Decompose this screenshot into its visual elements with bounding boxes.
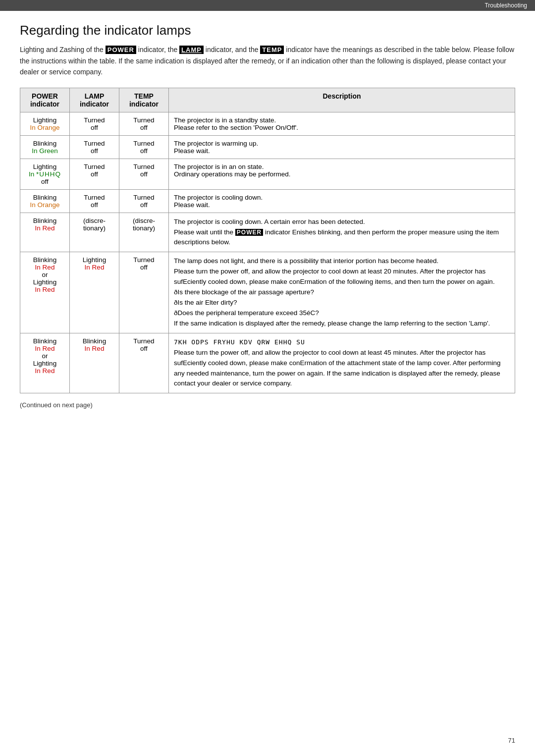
header-lamp: LAMPindicator (70, 88, 119, 112)
lamp-cell: Turnedoff (70, 189, 119, 213)
lamp-cell: Turnedoff (70, 112, 119, 135)
power-cell: LightingIn *UHHQ off (20, 159, 70, 189)
lamp-cell: LightingIn Red (70, 252, 119, 333)
lamp-color-label: In Red (85, 264, 105, 271)
power-cell: BlinkingIn RedorLightingIn Red (20, 252, 70, 333)
power-badge: POWER (106, 46, 136, 54)
power-color-label: In Green (32, 147, 58, 155)
desc-cell: The projector is in a standby state.Plea… (169, 112, 515, 135)
temp-cell: Turnedoff (119, 333, 169, 393)
page-number: 71 (508, 737, 515, 744)
power-color-label: In *UHHQ (29, 170, 61, 178)
power-cell: BlinkingIn Orange (20, 189, 70, 213)
power-cell: BlinkingIn Green (20, 135, 70, 159)
power-color-label: In Red (35, 345, 55, 352)
top-bar-label: Troubleshooting (484, 2, 527, 9)
lamp-badge: LAMP (179, 46, 204, 54)
header-power: POWERindicator (20, 88, 70, 112)
temp-cell: (discre-tionary) (119, 213, 169, 252)
temp-cell: Turnedoff (119, 189, 169, 213)
temp-cell: Turnedoff (119, 159, 169, 189)
header-description: Description (169, 88, 515, 112)
lamp-cell: (discre-tionary) (70, 213, 119, 252)
power-cell: LightingIn Orange (20, 112, 70, 135)
power-color-label: In Orange (30, 124, 59, 131)
lamp-cell: Turnedoff (70, 159, 119, 189)
desc-cell: The projector is cooling down.Please wai… (169, 189, 515, 213)
table-header-row: POWERindicator LAMPindicator TEMPindicat… (20, 88, 515, 112)
temp-cell: Turnedoff (119, 252, 169, 333)
desc-cell: The projector is cooling down. A certain… (169, 213, 515, 252)
indicator-table: POWERindicator LAMPindicator TEMPindicat… (20, 88, 515, 394)
continued-label: (Continued on next page) (20, 401, 515, 409)
power-color-label-2: In Red (35, 367, 55, 375)
power-cell: BlinkingIn Red (20, 213, 70, 252)
power-color-label: In Orange (30, 201, 59, 209)
desc-cell: The lamp does not light, and there is a … (169, 252, 515, 333)
lamp-cell: Turnedoff (70, 135, 119, 159)
temp-cell: Turnedoff (119, 112, 169, 135)
intro-paragraph: Lighting and Zashing of the POWER indica… (20, 44, 515, 78)
temp-cell: Turnedoff (119, 135, 169, 159)
desc-cell: The projector is in an on state.Ordinary… (169, 159, 515, 189)
table-row: BlinkingIn RedorLightingIn Red BlinkingI… (20, 333, 515, 393)
lamp-color-label: In Red (85, 345, 105, 352)
table-row: BlinkingIn Orange Turnedoff Turnedoff Th… (20, 189, 515, 213)
intro-text-before-power: Lighting and Zashing of the (20, 46, 106, 54)
top-bar: Troubleshooting (0, 0, 535, 11)
power-cell: BlinkingIn RedorLightingIn Red (20, 333, 70, 393)
desc-cell: 7KH ODPS FRYHU KDV QRW EHHQ SUPlease tur… (169, 333, 515, 393)
intro-text-before-temp: indicator, and the (204, 46, 260, 54)
table-row: LightingIn *UHHQ off Turnedoff Turnedoff… (20, 159, 515, 189)
main-content: Regarding the indicator lamps Lighting a… (0, 11, 535, 429)
table-row: LightingIn Orange Turnedoff Turnedoff Th… (20, 112, 515, 135)
temp-badge: TEMP (260, 46, 284, 54)
lamp-cell: BlinkingIn Red (70, 333, 119, 393)
desc-cell: The projector is warming up.Please wait. (169, 135, 515, 159)
table-row: BlinkingIn Red (discre-tionary) (discre-… (20, 213, 515, 252)
header-temp: TEMPindicator (119, 88, 169, 112)
table-row: BlinkingIn Green Turnedoff Turnedoff The… (20, 135, 515, 159)
page-title: Regarding the indicator lamps (20, 23, 515, 38)
power-color-label-2: In Red (35, 286, 55, 293)
power-inline-badge: POWER (235, 229, 263, 236)
power-color-label: In Red (35, 264, 55, 271)
intro-text-before-lamp: indicator, the (136, 46, 179, 54)
power-color-label: In Red (35, 224, 55, 232)
table-row: BlinkingIn RedorLightingIn Red LightingI… (20, 252, 515, 333)
